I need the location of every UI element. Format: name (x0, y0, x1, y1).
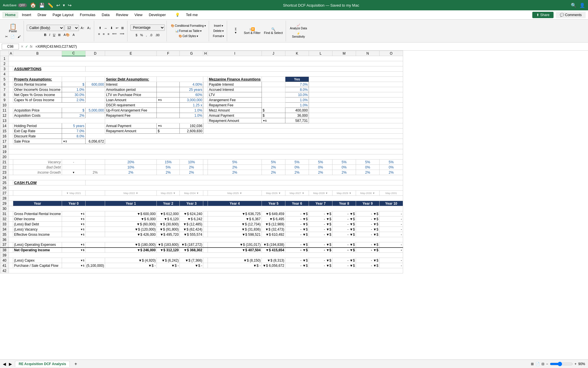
col-header-m[interactable]: M (332, 51, 356, 56)
page-break-view-icon[interactable]: ⊟ (541, 362, 544, 366)
increase-decimal-button[interactable]: .0 (148, 33, 153, 37)
date-may2023: May-2023 ▼ (157, 191, 180, 196)
zoom-in-button[interactable]: + (575, 362, 577, 366)
col-header-d[interactable]: D (85, 51, 105, 56)
comma-format-button[interactable]: , (145, 33, 148, 37)
share-button[interactable]: ⬆ Share (532, 12, 553, 18)
increase-font-button[interactable]: A↑ (80, 26, 86, 30)
analyze-group: 📈 Analyze Data ⚡ Sensitivity (287, 21, 310, 41)
font-color-button[interactable]: A (71, 32, 76, 37)
cell-styles-button[interactable]: 🎨 Cell Styles ▾ (177, 34, 199, 38)
col-header-g[interactable]: G (180, 51, 203, 56)
font-size-select[interactable]: 12 (65, 25, 79, 31)
col-header-o[interactable]: O (379, 51, 403, 56)
menu-review[interactable]: Review (113, 12, 131, 18)
cut-button[interactable]: ✂ (4, 34, 9, 39)
wrap-text-button[interactable]: ↩ (115, 26, 119, 30)
col-header-b[interactable]: B (13, 51, 62, 56)
align-middle-button[interactable]: ↔ (103, 26, 109, 30)
table-row: 18 (0, 144, 403, 149)
col-header-e[interactable]: E (105, 51, 157, 56)
search-icon[interactable]: 🔍 (571, 3, 577, 8)
redo-icon[interactable]: ↪ (68, 3, 71, 8)
align-right-button[interactable]: ≡ (107, 32, 111, 36)
menu-data[interactable]: Data (99, 12, 112, 18)
normal-view-icon[interactable]: ⊞ (531, 362, 534, 366)
percent-format-button[interactable]: % (139, 33, 144, 37)
menu-page-layout[interactable]: Page Layout (50, 12, 76, 18)
edit-icon[interactable]: ✏️ (48, 3, 53, 8)
align-top-button[interactable]: ⬆ (98, 26, 102, 30)
font-name-select[interactable]: Calibri (Body) (27, 25, 64, 31)
next-sheet-button[interactable]: ▶ (9, 362, 12, 366)
bold-button[interactable]: B (43, 32, 48, 37)
cancel-formula-icon[interactable]: ✕ (21, 45, 24, 49)
workbook-title: Shortcut DCF Acquisition — Saved to my M… (74, 3, 568, 7)
menu-developer[interactable]: Developer (146, 12, 169, 18)
menu-insert[interactable]: Insert (19, 12, 34, 18)
sensitivity-button[interactable]: ⚡ Sensitivity (291, 31, 306, 39)
home-icon[interactable]: 🏠 (30, 2, 36, 8)
undo-icon[interactable]: ↩ (56, 3, 60, 8)
border-button[interactable]: ⊞ (57, 32, 62, 37)
sum-button[interactable]: Σ ▾ (230, 27, 241, 35)
menu-home[interactable]: Home (2, 12, 18, 18)
menu-view[interactable]: View (131, 12, 145, 18)
format-as-table-button[interactable]: 📊 Format as Table ▾ (174, 29, 203, 33)
page-layout-view-icon[interactable]: 📄 (535, 362, 540, 366)
col-header-i[interactable]: I (208, 51, 262, 56)
analyze-data-button[interactable]: 📈 Analyze Data (289, 23, 308, 30)
delete-cells-button[interactable]: Delete ▾ (212, 29, 225, 33)
insert-function-icon[interactable]: fx (30, 45, 32, 49)
format-cells-button[interactable]: Format ▾ (212, 34, 225, 38)
menu-draw[interactable]: Draw (35, 12, 49, 18)
copy-button[interactable]: 📄 (9, 34, 16, 39)
underline-button[interactable]: U (52, 32, 57, 37)
sheet-area[interactable]: A B C D E F G H I J K L M N O (0, 51, 588, 359)
decrease-indent-button[interactable]: ⟸ (111, 31, 118, 36)
table-row: 23 Income Growth ▼ 2% 2% 2% 2% 2% 2% 2% … (0, 170, 403, 175)
insert-cells-button[interactable]: Insert ▾ (213, 24, 224, 28)
align-left-button[interactable]: ≡ (97, 32, 101, 36)
formula-input[interactable] (34, 44, 586, 49)
col-header-j[interactable]: J (262, 51, 285, 56)
increase-indent-button[interactable]: ⟹ (119, 31, 125, 36)
number-format-select[interactable]: Percentage (130, 24, 165, 31)
decrease-font-button[interactable]: A↓ (86, 26, 92, 30)
account-icon[interactable]: 👤 (579, 3, 585, 8)
undo-dropdown-icon[interactable]: ▾ (63, 3, 65, 7)
format-painter-button[interactable]: 🖌 (16, 34, 22, 39)
col-header-c[interactable]: C (62, 51, 85, 56)
menu-formulas[interactable]: Formulas (77, 12, 98, 18)
paste-button[interactable]: 📋 Paste (7, 23, 19, 33)
col-header-a[interactable]: A (9, 51, 13, 56)
comments-button[interactable]: 💬 Comments (556, 12, 586, 18)
prev-sheet-button[interactable]: ◀ (3, 362, 6, 366)
cell-reference-input[interactable] (2, 44, 19, 49)
decrease-decimal-button[interactable]: .00 (154, 33, 160, 37)
vacancy-cf-label: (Less) Vacancy (13, 227, 62, 232)
find-select-button[interactable]: 🔍 Find & Select (263, 27, 284, 35)
dollar-format-button[interactable]: $ (134, 33, 138, 37)
align-bottom-button[interactable]: ⬇ (109, 26, 114, 30)
italic-button[interactable]: I (48, 32, 51, 37)
sheet-tab[interactable]: RE Acquisition DCF Analysis (15, 361, 70, 367)
align-center-button[interactable]: ≡ (102, 32, 106, 36)
add-sheet-button[interactable]: + (73, 361, 79, 367)
tell-me-label[interactable]: Tell me (183, 12, 201, 18)
fill-color-button[interactable]: A🎨 (62, 32, 71, 37)
col-header-h[interactable]: H (203, 51, 208, 56)
confirm-formula-icon[interactable]: ✓ (25, 45, 28, 49)
date-may2021: ▼ May-2021 (62, 191, 85, 196)
merge-button[interactable]: ⊞ (120, 26, 125, 30)
zoom-slider[interactable] (550, 362, 573, 366)
zoom-out-button[interactable]: − (546, 362, 548, 366)
col-header-l[interactable]: L (309, 51, 332, 56)
col-header-f[interactable]: F (157, 51, 180, 56)
col-header-n[interactable]: N (356, 51, 379, 56)
sort-filter-button[interactable]: ↕🔽 Sort & Filter (243, 27, 262, 35)
col-header-k[interactable]: K (285, 51, 309, 56)
save-icon[interactable]: 💾 (39, 3, 45, 8)
conditional-formatting-button[interactable]: 🎨 Conditional Formatting ▾ (170, 24, 207, 28)
table-row: 39 (0, 253, 403, 258)
